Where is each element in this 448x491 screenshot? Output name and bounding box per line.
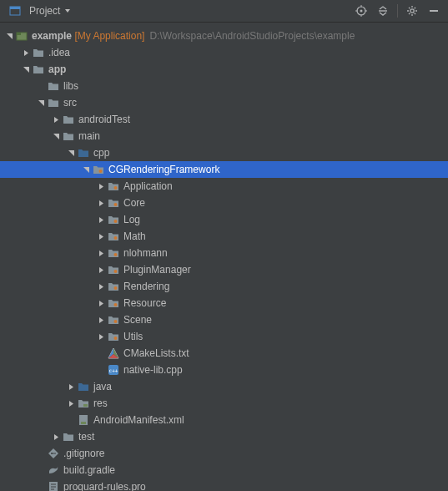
folder-src-icon	[77, 381, 90, 392]
module-icon	[15, 30, 28, 42]
gear-icon[interactable]	[403, 2, 421, 20]
tree-row[interactable]: src	[0, 94, 448, 111]
expand-arrow-icon[interactable]	[50, 433, 62, 441]
expand-arrow-icon[interactable]	[20, 66, 32, 73]
folder-pkg-icon	[107, 297, 120, 309]
tree-row[interactable]: Core	[0, 195, 448, 211]
tree-row[interactable]: app	[0, 61, 448, 78]
svg-point-23	[114, 203, 118, 206]
tree-row[interactable]: PluginManager	[0, 261, 448, 278]
expand-arrow-icon[interactable]	[95, 183, 107, 190]
folder-icon	[62, 114, 75, 125]
manifest-icon	[77, 414, 90, 426]
expand-arrow-icon[interactable]	[65, 400, 77, 407]
tree-item-label: Rendering	[123, 281, 169, 292]
expand-arrow-icon[interactable]	[95, 216, 107, 224]
folder-icon	[32, 63, 45, 75]
tree-row[interactable]: libs	[0, 78, 448, 94]
locate-icon[interactable]	[352, 2, 370, 20]
expand-arrow-icon[interactable]	[95, 333, 107, 341]
tree-row[interactable]: build.gradle	[0, 462, 448, 478]
folder-icon	[62, 130, 75, 142]
tree-row[interactable]: CGRenderingFramework	[0, 161, 448, 178]
folder-icon	[32, 47, 45, 58]
tree-item-label: .gitignore	[63, 448, 104, 459]
svg-point-3	[360, 10, 363, 13]
expand-arrow-icon[interactable]	[95, 266, 107, 274]
svg-point-28	[114, 286, 118, 290]
tree-row[interactable]: java	[0, 378, 448, 395]
tree-row[interactable]: c++native-lib.cpp	[0, 362, 448, 378]
tree-item-label: cpp	[93, 147, 109, 159]
folder-pkg-icon	[107, 247, 120, 259]
svg-rect-1	[10, 7, 20, 9]
tree-item-label: nlohmann	[123, 247, 168, 259]
tree-item-label: Core	[123, 197, 145, 209]
folder-src-icon	[77, 147, 90, 159]
expand-arrow-icon[interactable]	[80, 166, 92, 174]
svg-point-30	[114, 320, 118, 323]
svg-point-24	[114, 220, 118, 223]
folder-pkg-icon	[107, 314, 120, 326]
tree-row[interactable]: Application	[0, 178, 448, 195]
svg-line-16	[409, 13, 410, 14]
expand-arrow-icon[interactable]	[95, 300, 107, 307]
tree-row[interactable]: AndroidManifest.xml	[0, 412, 448, 428]
folder-pkg-icon	[107, 197, 120, 209]
svg-rect-20	[17, 33, 21, 35]
project-selector-button[interactable]: Project	[5, 3, 74, 18]
expand-arrow-icon[interactable]	[35, 99, 47, 107]
collapse-all-icon[interactable]	[374, 2, 392, 20]
tree-row[interactable]: Math	[0, 228, 448, 245]
folder-pkg-icon	[107, 180, 120, 192]
tree-row[interactable]: Log	[0, 211, 448, 228]
expand-arrow-icon[interactable]	[20, 49, 32, 57]
tree-row[interactable]: res	[0, 395, 448, 412]
tree-row[interactable]: .idea	[0, 44, 448, 61]
tree-row[interactable]: Rendering	[0, 278, 448, 295]
expand-arrow-icon[interactable]	[65, 149, 77, 157]
tree-row[interactable]: .gitignore	[0, 445, 448, 462]
folder-icon	[62, 431, 75, 443]
tree-item-label: build.gradle	[63, 464, 115, 476]
tree-root-row[interactable]: example [My Application] D:\Workspace\An…	[0, 28, 448, 44]
expand-arrow-icon[interactable]	[3, 33, 15, 40]
folder-pkg-icon	[107, 264, 120, 276]
expand-arrow-icon[interactable]	[95, 316, 107, 324]
tree-row[interactable]: test	[0, 428, 448, 445]
project-tree[interactable]: example [My Application] D:\Workspace\An…	[0, 23, 448, 491]
gradle-icon	[47, 464, 60, 476]
tree-row[interactable]: Resource	[0, 295, 448, 311]
hide-icon[interactable]	[425, 2, 443, 20]
folder-icon	[47, 97, 60, 109]
svg-point-9	[410, 9, 414, 13]
tree-row[interactable]: Scene	[0, 311, 448, 328]
tree-item-label: app	[48, 63, 66, 75]
expand-arrow-icon[interactable]	[95, 283, 107, 291]
expand-arrow-icon[interactable]	[95, 233, 107, 240]
expand-arrow-icon[interactable]	[65, 383, 77, 391]
expand-arrow-icon[interactable]	[50, 116, 62, 124]
project-selector-label: Project	[29, 5, 60, 17]
tree-row[interactable]: main	[0, 128, 448, 144]
tree-row[interactable]: nlohmann	[0, 245, 448, 261]
root-bracket: [My Application]	[74, 30, 144, 42]
tree-row[interactable]: proguard-rules.pro	[0, 478, 448, 491]
tree-row[interactable]: cpp	[0, 144, 448, 161]
expand-arrow-icon[interactable]	[95, 250, 107, 257]
tree-item-label: test	[78, 431, 94, 443]
tree-item-label: libs	[63, 80, 78, 92]
expand-arrow-icon[interactable]	[95, 200, 107, 207]
expand-arrow-icon[interactable]	[50, 133, 62, 140]
svg-point-22	[114, 186, 118, 190]
tree-item-label: CGRenderingFramework	[108, 164, 219, 175]
gitignore-icon	[47, 448, 60, 459]
tree-row[interactable]: Utils	[0, 328, 448, 345]
svg-point-25	[114, 236, 118, 240]
tree-item-label: native-lib.cpp	[123, 364, 183, 376]
svg-point-29	[114, 303, 118, 306]
svg-rect-34	[83, 404, 88, 407]
folder-pkg-icon	[107, 281, 120, 292]
tree-row[interactable]: androidTest	[0, 111, 448, 128]
tree-row[interactable]: CMakeLists.txt	[0, 345, 448, 362]
